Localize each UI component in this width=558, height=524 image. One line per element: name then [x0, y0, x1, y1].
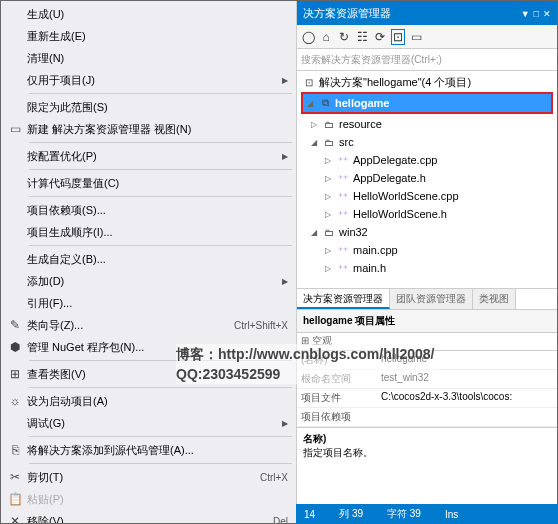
status-char: 字符 39: [387, 507, 421, 521]
context-menu: 生成(U) 重新生成(E) 清理(N) 仅用于项目(J)▶ 限定为此范围(S) …: [1, 1, 297, 523]
refresh-icon[interactable]: ↻: [337, 30, 351, 44]
menu-class-wizard[interactable]: ✎类向导(Z)...Ctrl+Shift+X: [1, 314, 296, 336]
menu-build[interactable]: 生成(U): [1, 3, 296, 25]
cpp-icon: ⁺⁺: [335, 191, 351, 202]
cut-icon: ✂: [5, 469, 25, 485]
h-icon: ⁺⁺: [335, 173, 351, 184]
menu-optimize[interactable]: 按配置优化(P)▶: [1, 145, 296, 167]
expand-icon[interactable]: ◢: [307, 99, 317, 108]
package-icon: ⬢: [5, 339, 25, 355]
h-icon: ⁺⁺: [335, 209, 351, 220]
watermark-overlay: 博客：http://www.cnblogs.com/hll2008/ QQ:23…: [176, 344, 435, 384]
menu-references[interactable]: 引用(F)...: [1, 292, 296, 314]
folder-resource[interactable]: ▷🗀resource: [297, 115, 557, 133]
menu-paste: 📋粘贴(P): [1, 488, 296, 510]
props-title: hellogame 项目属性: [297, 310, 557, 333]
menu-deps[interactable]: 项目依赖项(S)...: [1, 199, 296, 221]
menu-add[interactable]: 添加(D)▶: [1, 270, 296, 292]
menu-startup[interactable]: ☼设为启动项目(A): [1, 390, 296, 412]
wizard-icon: ✎: [5, 317, 25, 333]
startup-icon: ☼: [5, 393, 25, 409]
file-node[interactable]: ▷⁺⁺HelloWorldScene.h: [297, 205, 557, 223]
menu-build-order[interactable]: 项目生成顺序(I)...: [1, 221, 296, 243]
prop-row[interactable]: 项目文件C:\cocos2d-x-3.3\tools\cocos:: [297, 389, 557, 408]
paste-icon: 📋: [5, 491, 25, 507]
pin-icon[interactable]: □: [534, 9, 539, 19]
panel-tabs: 决方案资源管理器 团队资源管理器 类视图: [297, 288, 557, 310]
delete-icon: ✕: [5, 513, 25, 523]
cpp-icon: ⁺⁺: [335, 245, 351, 256]
cpp-icon: ⁺⁺: [335, 155, 351, 166]
menu-clean[interactable]: 清理(N): [1, 47, 296, 69]
chevron-right-icon: ▶: [282, 152, 288, 161]
properties-icon[interactable]: ⊡: [391, 29, 405, 45]
folder-icon: 🗀: [321, 119, 337, 130]
close-icon[interactable]: ✕: [543, 9, 551, 19]
prop-footer-label: 名称): [303, 432, 551, 446]
menu-source-control[interactable]: ⎘将解决方案添加到源代码管理(A)...: [1, 439, 296, 461]
tab-class[interactable]: 类视图: [473, 289, 516, 309]
folder-icon: 🗀: [321, 227, 337, 238]
search-input[interactable]: 搜索解决方案资源管理器(Ctrl+;): [297, 49, 557, 71]
folder-src[interactable]: ◢🗀src: [297, 133, 557, 151]
file-node[interactable]: ▷⁺⁺main.cpp: [297, 241, 557, 259]
folder-icon: 🗀: [321, 137, 337, 148]
menu-cut[interactable]: ✂剪切(T)Ctrl+X: [1, 466, 296, 488]
file-node[interactable]: ▷⁺⁺main.h: [297, 259, 557, 277]
tab-solution[interactable]: 决方案资源管理器: [297, 289, 390, 309]
status-col: 列 39: [339, 507, 363, 521]
menu-debug[interactable]: 调试(G)▶: [1, 412, 296, 434]
file-node[interactable]: ▷⁺⁺AppDelegate.h: [297, 169, 557, 187]
sync-icon[interactable]: ⟳: [373, 30, 387, 44]
menu-project-only[interactable]: 仅用于项目(J)▶: [1, 69, 296, 91]
solution-tree: ⊡解决方案"hellogame"(4 个项目) ◢⧉hellogame ▷🗀re…: [297, 71, 557, 288]
back-icon[interactable]: ◯: [301, 30, 315, 44]
show-all-icon[interactable]: ▭: [409, 30, 423, 44]
solution-icon: ⊡: [301, 77, 317, 88]
home-icon[interactable]: ⌂: [319, 30, 333, 44]
chevron-right-icon: ▶: [282, 76, 288, 85]
blank-icon: [5, 6, 25, 22]
collapse-icon[interactable]: ☷: [355, 30, 369, 44]
scc-icon: ⎘: [5, 442, 25, 458]
chevron-right-icon: ▶: [282, 277, 288, 286]
file-node[interactable]: ▷⁺⁺AppDelegate.cpp: [297, 151, 557, 169]
properties-panel: hellogame 项目属性 ⊞ 空观 (名称)hellogame 根命名空间t…: [297, 310, 557, 523]
prop-footer-desc: 指定项目名称。: [303, 446, 551, 460]
diagram-icon: ⊞: [5, 366, 25, 382]
status-ins: Ins: [445, 509, 458, 520]
project-icon: ⧉: [317, 97, 333, 109]
menu-list: 生成(U) 重新生成(E) 清理(N) 仅用于项目(J)▶ 限定为此范围(S) …: [1, 1, 296, 523]
menu-remove[interactable]: ✕移除(V)Del: [1, 510, 296, 523]
prop-row[interactable]: 项目依赖项: [297, 408, 557, 427]
solution-node[interactable]: ⊡解决方案"hellogame"(4 个项目): [297, 73, 557, 91]
project-node[interactable]: ◢⧉hellogame: [303, 94, 551, 112]
status-line: 14: [304, 509, 315, 520]
chevron-right-icon: ▶: [282, 419, 288, 428]
panel-title: 决方案资源管理器: [303, 6, 517, 21]
status-bar: 14 列 39 字符 39 Ins: [296, 504, 558, 524]
file-node[interactable]: ▷⁺⁺HelloWorldScene.cpp: [297, 187, 557, 205]
menu-rebuild[interactable]: 重新生成(E): [1, 25, 296, 47]
folder-win32[interactable]: ◢🗀win32: [297, 223, 557, 241]
dropdown-icon[interactable]: ▼: [521, 9, 530, 19]
panel-titlebar: 决方案资源管理器 ▼□✕: [297, 1, 557, 25]
window-icon: ▭: [5, 121, 25, 137]
panel-toolbar: ◯ ⌂ ↻ ☷ ⟳ ⊡ ▭: [297, 25, 557, 49]
h-icon: ⁺⁺: [335, 263, 351, 274]
menu-new-view[interactable]: ▭新建 解决方案资源管理器 视图(N): [1, 118, 296, 140]
menu-build-custom[interactable]: 生成自定义(B)...: [1, 248, 296, 270]
menu-scope[interactable]: 限定为此范围(S): [1, 96, 296, 118]
tab-team[interactable]: 团队资源管理器: [390, 289, 473, 309]
menu-code-metrics[interactable]: 计算代码度量值(C): [1, 172, 296, 194]
